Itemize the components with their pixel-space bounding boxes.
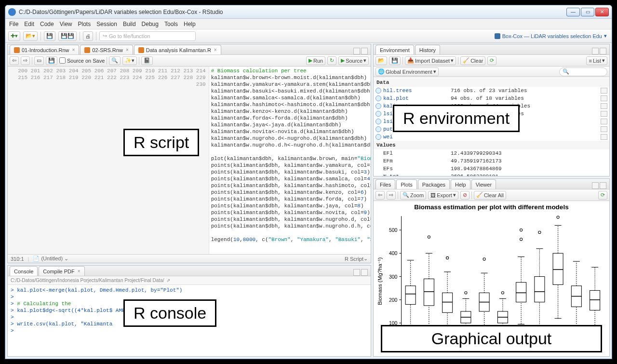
expand-icon[interactable]: [376, 103, 381, 109]
menu-view[interactable]: View: [60, 21, 72, 27]
expand-icon[interactable]: [376, 134, 381, 140]
grid-icon[interactable]: [601, 103, 607, 109]
tab-environment[interactable]: Environment: [376, 45, 414, 54]
expand-icon[interactable]: [376, 88, 381, 94]
pane-min-icon[interactable]: [353, 269, 360, 276]
grid-icon[interactable]: [601, 95, 607, 101]
source-tab[interactable]: 02-SRS.Rnw×: [80, 45, 133, 54]
expand-icon[interactable]: [376, 95, 381, 101]
menu-code[interactable]: Code: [40, 21, 54, 27]
export-button[interactable]: 🖼 Export▾: [428, 191, 458, 200]
env-data-row[interactable]: kal.plot94 obs. of 18 variables: [374, 94, 609, 102]
plot-prev-button[interactable]: ⇦: [376, 191, 385, 200]
minimize-button[interactable]: —: [566, 8, 580, 16]
save-all-button[interactable]: 💾💾: [58, 31, 77, 41]
svg-rect-30: [443, 293, 453, 312]
close-icon[interactable]: ×: [72, 47, 75, 53]
menu-plots[interactable]: Plots: [78, 21, 91, 27]
grid-icon[interactable]: [601, 119, 607, 124]
menu-help[interactable]: Help: [184, 21, 196, 27]
expand-icon[interactable]: [376, 126, 381, 132]
grid-icon[interactable]: [601, 111, 607, 117]
import-dataset-button[interactable]: 📥 Import Dataset▾: [405, 56, 456, 65]
close-button[interactable]: ✕: [595, 8, 609, 16]
menu-build[interactable]: Build: [123, 21, 136, 27]
project-selector[interactable]: Box-Cox — LiDAR variables selection Edu▾: [495, 33, 609, 39]
clear-all-plots-button[interactable]: 🧹 Clear All: [474, 191, 506, 200]
menu-file[interactable]: File: [9, 21, 18, 27]
tab-plots[interactable]: Plots: [396, 179, 416, 189]
svg-rect-58: [516, 283, 526, 302]
svg-rect-73: [553, 253, 563, 284]
svg-text:500: 500: [389, 228, 398, 233]
menu-tools[interactable]: Tools: [164, 21, 178, 27]
env-data-row[interactable]: wei: [374, 133, 609, 141]
code-editor[interactable]: 200 201 202 203 204 205 206 207 208 209 …: [8, 67, 371, 254]
wand-button[interactable]: ✨▾: [122, 56, 137, 65]
goto-file-input[interactable]: ↪Go to file/function: [99, 31, 196, 41]
pane-min-icon[interactable]: [592, 48, 599, 54]
env-tabs: Environment History: [374, 44, 609, 55]
grid-icon[interactable]: [601, 134, 607, 140]
plot-next-button[interactable]: ⇨: [387, 191, 396, 200]
grid-icon[interactable]: [601, 88, 607, 94]
new-file-button[interactable]: ✚▾: [8, 31, 20, 41]
expand-icon[interactable]: [376, 111, 381, 117]
refresh-env-button[interactable]: ⟳: [487, 56, 496, 65]
pane-max-icon[interactable]: [600, 48, 606, 54]
source-tab[interactable]: 01-Introduction.Rnw×: [10, 45, 79, 54]
tab-compile-pdf[interactable]: Compile PDF×: [39, 266, 84, 276]
source-on-save-toggle[interactable]: Source on Save: [59, 57, 105, 64]
pane-min-icon[interactable]: [592, 182, 599, 189]
clear-env-button[interactable]: 🧹 Clear: [460, 56, 485, 65]
file-icon: [84, 47, 90, 53]
forward-button[interactable]: ⇨: [21, 56, 30, 65]
save-button[interactable]: 💾: [46, 56, 57, 65]
find-button[interactable]: 🔍: [109, 56, 121, 65]
section-name[interactable]: 📄 (Untitled) ⌄: [33, 256, 68, 262]
close-icon[interactable]: ×: [78, 269, 80, 274]
tab-viewer[interactable]: Viewer: [471, 179, 496, 189]
save-workspace-button[interactable]: 💾: [389, 56, 401, 65]
svg-rect-17: [405, 286, 416, 305]
close-icon[interactable]: ×: [214, 47, 217, 53]
pane-max-icon[interactable]: [600, 182, 606, 189]
tab-history[interactable]: History: [415, 45, 440, 54]
save-button[interactable]: 💾: [44, 31, 55, 41]
tab-packages[interactable]: Packages: [418, 179, 450, 189]
svg-point-25: [428, 236, 430, 238]
zoom-button[interactable]: 🔍 Zoom: [400, 191, 426, 200]
refresh-plot-button[interactable]: ⟳: [598, 191, 607, 200]
tab-help[interactable]: Help: [451, 179, 470, 189]
close-icon[interactable]: ×: [126, 47, 129, 53]
tab-console[interactable]: Console: [10, 266, 38, 276]
source-button[interactable]: ▶Source▾: [338, 56, 369, 65]
menu-session[interactable]: Session: [96, 21, 117, 27]
menu-debug[interactable]: Debug: [142, 21, 159, 27]
show-in-new-button[interactable]: ▭: [34, 56, 44, 65]
pane-max-icon[interactable]: [361, 269, 368, 276]
open-file-button[interactable]: 📂▾: [23, 31, 38, 41]
source-tab[interactable]: Data analysis Kalimantan.R×: [134, 45, 221, 54]
print-button[interactable]: 🖨: [83, 31, 93, 41]
env-view-mode[interactable]: ≡ List▾: [586, 56, 607, 65]
back-button[interactable]: ⇦: [10, 56, 19, 65]
svg-text:300: 300: [389, 274, 398, 280]
notebook-button[interactable]: 📓: [141, 56, 153, 65]
env-data-row[interactable]: hil.trees716 obs. of 23 variables: [374, 87, 609, 94]
pane-min-icon[interactable]: [353, 48, 360, 54]
env-search-input[interactable]: 🔍: [559, 67, 607, 76]
maximize-button[interactable]: ▭: [581, 8, 594, 16]
env-scope-selector[interactable]: 🌐 Global Environment▾: [376, 67, 439, 76]
source-statusbar: 310:1 | 📄 (Untitled) ⌄ R Script ⌄: [8, 254, 371, 263]
svg-point-53: [501, 292, 504, 294]
remove-plot-button[interactable]: ⊘: [460, 191, 469, 200]
grid-icon[interactable]: [601, 126, 607, 132]
expand-icon[interactable]: [376, 119, 381, 124]
tab-files[interactable]: Files: [376, 179, 395, 189]
load-workspace-button[interactable]: 📂: [376, 56, 387, 65]
pane-max-icon[interactable]: [361, 48, 368, 54]
menu-edit[interactable]: Edit: [24, 21, 34, 27]
run-button[interactable]: ▶Run: [306, 56, 325, 65]
rerun-button[interactable]: ↻: [327, 56, 336, 65]
